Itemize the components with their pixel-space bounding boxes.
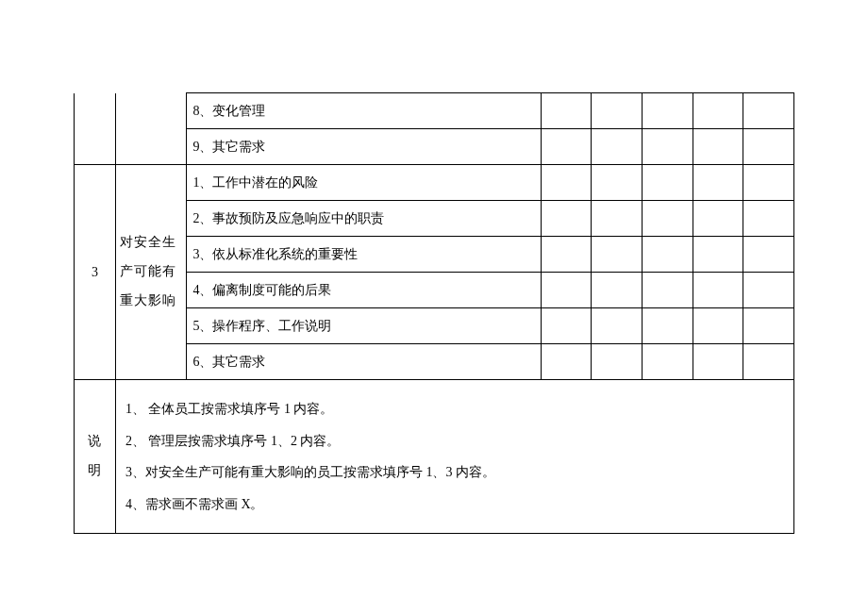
notes-label-char: 明 bbox=[88, 463, 101, 477]
check-cell bbox=[592, 129, 643, 165]
check-cell bbox=[592, 237, 643, 273]
check-cell bbox=[743, 165, 794, 201]
check-cell bbox=[592, 273, 643, 308]
item-cell: 3、依从标准化系统的重要性 bbox=[187, 237, 541, 273]
notes-label-char: 说 bbox=[88, 434, 101, 448]
table-row: 8、变化管理 bbox=[75, 93, 794, 129]
check-cell bbox=[592, 93, 643, 129]
check-cell bbox=[643, 308, 693, 344]
table-row: 3 对安全生产可能有重大影响 1、工作中潜在的风险 bbox=[75, 165, 794, 201]
check-cell bbox=[592, 165, 643, 201]
check-cell bbox=[693, 165, 743, 201]
category-cell: 对安全生产可能有重大影响 bbox=[115, 165, 187, 380]
item-cell: 5、操作程序、工作说明 bbox=[187, 308, 541, 344]
check-cell bbox=[693, 237, 743, 273]
check-cell bbox=[743, 237, 794, 273]
check-cell bbox=[743, 129, 794, 165]
check-cell bbox=[643, 93, 693, 129]
check-cell bbox=[541, 93, 592, 129]
notes-content-cell: 1、 全体员工按需求填序号 1 内容。 2、 管理层按需求填序号 1、2 内容。… bbox=[115, 380, 793, 534]
check-cell bbox=[693, 273, 743, 308]
check-cell bbox=[693, 93, 743, 129]
check-cell bbox=[541, 237, 592, 273]
check-cell bbox=[592, 201, 643, 237]
check-cell bbox=[693, 201, 743, 237]
check-cell bbox=[743, 201, 794, 237]
check-cell bbox=[643, 273, 693, 308]
category-cell-blank bbox=[115, 93, 187, 165]
num-cell-blank bbox=[75, 93, 116, 165]
notes-line: 3、对安全生产可能有重大影响的员工按需求填序号 1、3 内容。 bbox=[125, 456, 784, 489]
check-cell bbox=[541, 201, 592, 237]
check-cell bbox=[743, 308, 794, 344]
check-cell bbox=[541, 273, 592, 308]
notes-label: 说明 bbox=[80, 427, 109, 486]
check-cell bbox=[541, 129, 592, 165]
check-cell bbox=[693, 344, 743, 380]
check-cell bbox=[693, 129, 743, 165]
check-cell bbox=[643, 237, 693, 273]
check-cell bbox=[743, 273, 794, 308]
check-cell bbox=[743, 93, 794, 129]
check-cell bbox=[592, 344, 643, 380]
num-cell: 3 bbox=[75, 165, 116, 380]
check-cell bbox=[592, 308, 643, 344]
check-cell bbox=[693, 308, 743, 344]
form-table-container: 8、变化管理 9、其它需求 3 对安全生产可能有重大影响 1、工作中潜在的风险 bbox=[74, 92, 794, 534]
check-cell bbox=[541, 165, 592, 201]
check-cell bbox=[743, 344, 794, 380]
check-cell bbox=[643, 129, 693, 165]
item-cell: 8、变化管理 bbox=[187, 93, 541, 129]
check-cell bbox=[643, 344, 693, 380]
check-cell bbox=[541, 344, 592, 380]
notes-line: 2、 管理层按需求填序号 1、2 内容。 bbox=[125, 425, 784, 457]
item-cell: 1、工作中潜在的风险 bbox=[187, 165, 541, 201]
notes-row: 说明 1、 全体员工按需求填序号 1 内容。 2、 管理层按需求填序号 1、2 … bbox=[75, 380, 794, 534]
notes-line: 1、 全体员工按需求填序号 1 内容。 bbox=[125, 393, 784, 425]
item-cell: 4、偏离制度可能的后果 bbox=[187, 273, 541, 308]
check-cell bbox=[541, 308, 592, 344]
category-text: 对安全生产可能有重大影响 bbox=[120, 228, 183, 315]
check-cell bbox=[643, 165, 693, 201]
item-cell: 6、其它需求 bbox=[187, 344, 541, 380]
notes-line: 4、需求画不需求画 X。 bbox=[125, 489, 784, 521]
item-cell: 2、事故预防及应急响应中的职责 bbox=[187, 201, 541, 237]
form-table: 8、变化管理 9、其它需求 3 对安全生产可能有重大影响 1、工作中潜在的风险 bbox=[74, 92, 794, 534]
check-cell bbox=[643, 201, 693, 237]
item-cell: 9、其它需求 bbox=[187, 129, 541, 165]
notes-label-cell: 说明 bbox=[75, 380, 116, 534]
